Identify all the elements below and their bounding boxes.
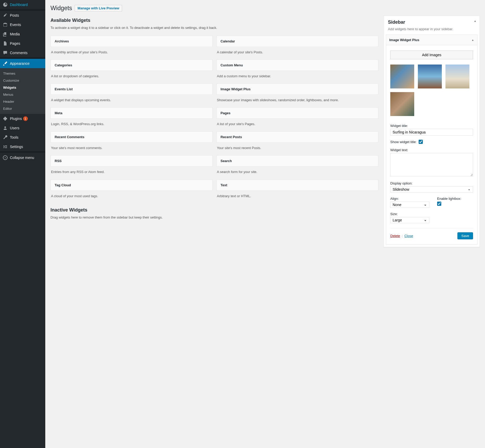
widget-handle[interactable]: Recent Posts xyxy=(216,131,379,143)
widget-handle[interactable]: Search xyxy=(216,155,379,167)
widget-description: A list of your site's Pages. xyxy=(216,119,379,127)
nav-tools[interactable]: Tools xyxy=(0,133,45,142)
close-link[interactable]: Close xyxy=(404,234,413,238)
instance-header[interactable]: Image Widget Plus ▲ xyxy=(386,35,477,45)
widget-handle[interactable]: Custom Menu xyxy=(216,60,379,71)
size-label: Size: xyxy=(390,212,473,216)
nav-label: Users xyxy=(10,126,20,130)
nav-label: Events xyxy=(10,23,21,27)
comment-icon xyxy=(3,50,8,55)
caret-up-icon[interactable]: ▲ xyxy=(474,20,476,22)
image-thumbnail[interactable] xyxy=(445,65,469,88)
nav-events[interactable]: Events xyxy=(0,20,45,29)
sidebar-header[interactable]: Sidebar Add widgets here to appear in yo… xyxy=(384,16,480,35)
subnav-customize[interactable]: Customize xyxy=(0,77,45,84)
subnav-widgets[interactable]: Widgets xyxy=(0,84,45,91)
widget-description: A widget that displays upcoming events. xyxy=(50,95,213,104)
display-option-label: Display option: xyxy=(390,181,473,185)
inactive-heading: Inactive Widgets xyxy=(50,207,378,213)
widget-title-input[interactable] xyxy=(390,129,473,136)
instance-footer: Delete | Close Save xyxy=(390,228,473,239)
nav-plugins[interactable]: Plugins 1 xyxy=(0,114,45,123)
calendar-icon xyxy=(3,22,8,27)
widget-description: Showcase your images with slideshows, ra… xyxy=(216,95,379,104)
available-desc: To activate a widget drag it to a sideba… xyxy=(50,25,378,30)
nav-label: Media xyxy=(10,32,20,36)
image-thumbnail[interactable] xyxy=(390,92,414,116)
widget-description: Add a custom menu to your sidebar. xyxy=(216,71,379,80)
subnav-editor[interactable]: Editor xyxy=(0,105,45,112)
image-thumbnail[interactable] xyxy=(390,65,414,88)
display-option-select[interactable]: Slideshow xyxy=(390,186,473,193)
available-widget: Events ListA widget that displays upcomi… xyxy=(50,84,213,104)
nav-media[interactable]: Media xyxy=(0,29,45,39)
widget-description: Login, RSS, & WordPress.org links. xyxy=(50,119,213,127)
plugins-update-badge: 1 xyxy=(23,116,28,121)
sidebar-title: Sidebar xyxy=(388,20,470,25)
svg-point-0 xyxy=(4,126,6,128)
appearance-submenu: Themes Customize Widgets Menus Header Ed… xyxy=(0,68,45,114)
widgets-left: Available Widgets To activate a widget d… xyxy=(50,16,378,247)
subnav-themes[interactable]: Themes xyxy=(0,70,45,77)
size-select[interactable]: Large xyxy=(390,217,429,223)
available-widget: Recent CommentsYour site's most recent c… xyxy=(50,131,213,151)
widget-handle[interactable]: Pages xyxy=(216,107,379,119)
widget-handle[interactable]: Calendar xyxy=(216,36,379,47)
widget-handle[interactable]: Tag Cloud xyxy=(50,180,213,191)
widget-handle[interactable]: Image Widget Plus xyxy=(216,84,379,95)
available-widget: Tag CloudA cloud of your most used tags. xyxy=(50,180,213,200)
subnav-header[interactable]: Header xyxy=(0,98,45,105)
nav-label: Posts xyxy=(10,13,19,17)
nav-dashboard[interactable]: Dashboard xyxy=(0,0,45,9)
image-thumbnail[interactable] xyxy=(418,65,442,88)
widget-text-textarea[interactable] xyxy=(390,153,473,176)
nav-label: Tools xyxy=(10,135,18,139)
add-images-button[interactable]: Add Images xyxy=(390,50,473,59)
page-header: Widgets Manage with Live Preview xyxy=(50,5,480,12)
widget-description: Your site's most recent Posts. xyxy=(216,143,379,151)
sliders-icon xyxy=(3,144,8,149)
available-widgets-grid: ArchivesA monthly archive of your site's… xyxy=(50,36,378,200)
widget-description: Entries from any RSS or Atom feed. xyxy=(50,167,213,175)
media-icon xyxy=(3,31,8,37)
sidebar-panel: Sidebar Add widgets here to appear in yo… xyxy=(384,16,480,247)
available-widget: Recent PostsYour site's most recent Post… xyxy=(216,131,379,151)
widget-description: A cloud of your most used tags. xyxy=(50,191,213,200)
available-widget: Image Widget PlusShowcase your images wi… xyxy=(216,84,379,104)
widget-handle[interactable]: RSS xyxy=(50,155,213,167)
widget-title-label: Widget title: xyxy=(390,124,473,128)
live-preview-button[interactable]: Manage with Live Preview xyxy=(75,5,122,11)
available-widget: CategoriesA list or dropdown of categori… xyxy=(50,60,213,80)
lightbox-label: Enable lightbox: xyxy=(437,197,473,201)
widget-description: A calendar of your site's Posts. xyxy=(216,47,379,56)
align-label: Align: xyxy=(390,197,429,201)
nav-appearance[interactable]: Appearance xyxy=(0,59,45,68)
subnav-menus[interactable]: Menus xyxy=(0,91,45,98)
nav-settings[interactable]: Settings xyxy=(0,142,45,151)
show-title-checkbox[interactable] xyxy=(419,140,423,144)
widget-handle[interactable]: Events List xyxy=(50,84,213,95)
nav-comments[interactable]: Comments xyxy=(0,48,45,57)
image-thumbnails xyxy=(390,65,473,116)
nav-posts[interactable]: Posts xyxy=(0,11,45,20)
available-widget: TextArbitrary text or HTML. xyxy=(216,180,379,200)
widget-handle[interactable]: Meta xyxy=(50,107,213,119)
nav-label: Plugins xyxy=(10,117,22,121)
widget-handle[interactable]: Recent Comments xyxy=(50,131,213,143)
widget-handle[interactable]: Archives xyxy=(50,36,213,47)
lightbox-checkbox[interactable] xyxy=(437,202,441,206)
widget-handle[interactable]: Categories xyxy=(50,60,213,71)
caret-up-icon[interactable]: ▲ xyxy=(471,39,474,41)
available-heading: Available Widgets xyxy=(50,18,378,23)
widget-description: A search form for your site. xyxy=(216,167,379,175)
nav-collapse[interactable]: Collapse menu xyxy=(0,153,45,162)
nav-pages[interactable]: Pages xyxy=(0,39,45,48)
nav-label: Comments xyxy=(10,51,28,55)
delete-link[interactable]: Delete xyxy=(390,234,400,238)
save-button[interactable]: Save xyxy=(457,232,473,239)
instance-body: Add Images Widget title: Show widget tit… xyxy=(386,45,477,245)
widget-handle[interactable]: Text xyxy=(216,180,379,191)
divider: | xyxy=(402,234,403,238)
align-select[interactable]: None xyxy=(390,202,429,208)
nav-users[interactable]: Users xyxy=(0,123,45,133)
